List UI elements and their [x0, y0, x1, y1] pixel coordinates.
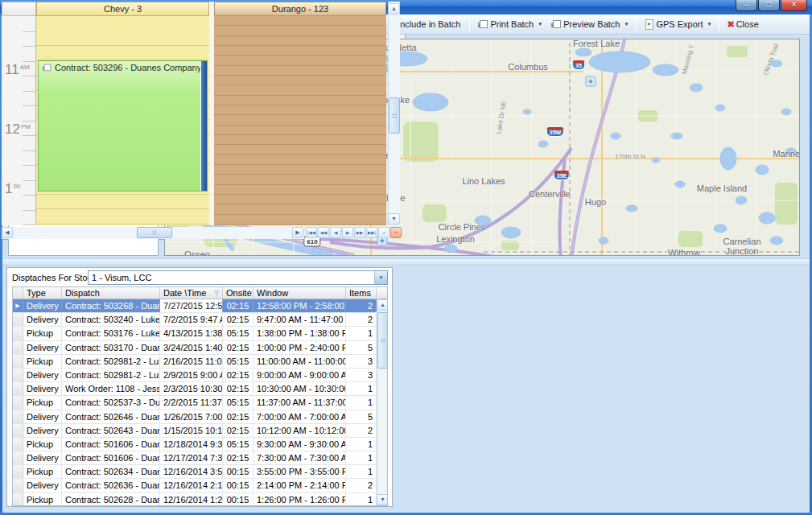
- close-window-button[interactable]: ✕: [781, 0, 807, 11]
- horizontal-splitter[interactable]: [2, 258, 810, 266]
- scheduler-vscrollbar[interactable]: ▲ ▼: [388, 2, 400, 225]
- cell-window[interactable]: 1:26:00 PM - 1:26:00 PM: [253, 493, 346, 506]
- cell-window[interactable]: 3:55:00 PM - 3:55:00 PM: [253, 465, 346, 478]
- cell-onsite[interactable]: 00:15: [223, 465, 253, 478]
- dispatch-row[interactable]: PickupContract: 502537-3 - Duan...2/2/20…: [13, 396, 387, 410]
- cell-items[interactable]: 1: [346, 438, 377, 451]
- cell-onsite[interactable]: 05:15: [223, 355, 253, 368]
- cell-date-time[interactable]: 1/15/2015 10:1...: [160, 424, 223, 437]
- dispatch-row[interactable]: DeliveryWork Order: 1108 - Jesse J...2/3…: [13, 382, 387, 396]
- cell-window[interactable]: 2:14:00 PM - 2:14:00 PM: [253, 479, 346, 492]
- cell-window[interactable]: 10:12:00 AM - 10:12:00 ...: [253, 424, 346, 437]
- cell-date-time[interactable]: 12/18/2014 9:3...: [160, 438, 223, 451]
- cell-dispatch[interactable]: Contract: 503268 - Duanes...: [62, 299, 160, 312]
- cell-type[interactable]: Pickup: [23, 465, 62, 478]
- cell-onsite[interactable]: 02:15: [223, 341, 253, 354]
- cell-onsite[interactable]: 05:15: [223, 438, 253, 451]
- cell-type[interactable]: Delivery: [23, 479, 62, 492]
- scheduler-scroll-down-icon[interactable]: ▼: [388, 213, 400, 225]
- cell-dispatch[interactable]: Contract: 502646 - Duanes...: [62, 410, 160, 423]
- cell-items[interactable]: 2: [346, 299, 377, 312]
- column-header-window[interactable]: Window: [253, 287, 346, 299]
- cell-date-time[interactable]: 7/2/2015 9:47 AM: [160, 313, 223, 326]
- cell-type[interactable]: Delivery: [23, 451, 62, 464]
- dispatch-row[interactable]: DeliveryContract: 503240 - Luke Erl...7/…: [13, 313, 387, 327]
- cell-date-time[interactable]: 2/2/2015 11:37 ...: [160, 396, 223, 409]
- cell-window[interactable]: 7:30:00 AM - 7:30:00 AM: [253, 451, 346, 464]
- dispatch-row[interactable]: DeliveryContract: 501606 - Duane ...12/1…: [13, 451, 387, 465]
- zoom-out-button[interactable]: −: [390, 227, 402, 238]
- cell-window[interactable]: 11:00:00 AM - 11:00:00 ...: [253, 355, 346, 368]
- scheduler-scroll-left-icon[interactable]: ◀: [2, 227, 13, 238]
- dispatch-row[interactable]: DeliveryContract: 502981-2 - Luke ...2/9…: [13, 369, 387, 382]
- cell-window[interactable]: 11:37:00 AM - 11:37:00 ...: [253, 396, 346, 409]
- cell-type[interactable]: Pickup: [23, 438, 62, 451]
- grid-vscrollbar[interactable]: ▲ ▼: [377, 299, 388, 505]
- next-button[interactable]: ▶: [342, 227, 353, 238]
- dropdown-arrow-icon[interactable]: ▼: [538, 22, 542, 27]
- cell-items[interactable]: 1: [346, 451, 377, 464]
- cell-window[interactable]: 9:30:00 AM - 9:30:00 AM: [253, 438, 346, 451]
- cell-onsite[interactable]: 02:15: [223, 369, 253, 381]
- cell-onsite[interactable]: 02:15: [223, 299, 253, 312]
- resource-header-durango-123[interactable]: Durango - 123: [214, 2, 386, 16]
- maximize-button[interactable]: ▢: [758, 0, 780, 11]
- column-header-type[interactable]: Type: [23, 287, 62, 299]
- dropdown-arrow-icon[interactable]: ▼: [624, 22, 629, 27]
- cell-type[interactable]: Delivery: [23, 341, 62, 354]
- cell-onsite[interactable]: 02:15: [223, 313, 253, 326]
- cell-items[interactable]: 1: [346, 493, 377, 506]
- column-header-onsite[interactable]: Onsite: [223, 287, 253, 299]
- cell-date-time[interactable]: 3/24/2015 1:40 PM: [160, 341, 223, 354]
- cell-date-time[interactable]: 12/16/2014 2:1...: [160, 479, 223, 492]
- fast-forward-button[interactable]: ▶▶: [354, 227, 365, 238]
- cell-dispatch[interactable]: Contract: 502981-2 - Luke ...: [62, 355, 160, 368]
- cell-window[interactable]: 1:38:00 PM - 1:38:00 PM: [253, 327, 346, 340]
- include-in-batch-button[interactable]: Include in Batch: [392, 16, 466, 33]
- cell-dispatch[interactable]: Contract: 502636 - Duane ...: [62, 479, 160, 492]
- cell-onsite[interactable]: 02:15: [223, 382, 253, 395]
- gps-export-button[interactable]: GPS Export▼: [640, 16, 715, 33]
- cell-type[interactable]: Delivery: [23, 313, 62, 326]
- column-header-items[interactable]: Items: [346, 287, 377, 299]
- cell-dispatch[interactable]: Contract: 503170 - Duanes...: [62, 341, 160, 354]
- print-batch-button[interactable]: Print Batch▼: [473, 16, 546, 33]
- cell-type[interactable]: Delivery: [23, 410, 62, 423]
- scheduler-scroll-up-icon[interactable]: ▲: [388, 3, 400, 14]
- cell-type[interactable]: Pickup: [23, 355, 62, 368]
- grid-scroll-up-icon[interactable]: ▲: [377, 299, 388, 311]
- cell-dispatch[interactable]: Contract: 502628 - Duanes...: [62, 493, 160, 506]
- fast-back-button[interactable]: ◀◀: [318, 227, 329, 238]
- go-first-button[interactable]: |◀◀: [306, 227, 317, 238]
- cell-window[interactable]: 12:58:00 PM - 2:58:00 PM: [253, 299, 346, 312]
- resource-column-durango[interactable]: [214, 16, 386, 225]
- cell-dispatch[interactable]: Contract: 502634 - Duanes...: [62, 465, 160, 478]
- cell-window[interactable]: 7:00:00 AM - 7:00:00 AM: [253, 410, 346, 423]
- dispatch-row[interactable]: ▶DeliveryContract: 503268 - Duanes...7/2…: [13, 299, 387, 313]
- resource-column-chevy[interactable]: Contract: 503296 - Duanes Company: [36, 16, 209, 225]
- cell-items[interactable]: 1: [346, 382, 377, 395]
- column-header-date-time[interactable]: Date \Time▽: [160, 287, 223, 299]
- resource-header-chevy-3[interactable]: Chevy - 3: [36, 2, 209, 16]
- cell-onsite[interactable]: 02:15: [223, 424, 253, 437]
- cell-onsite[interactable]: 05:15: [223, 327, 253, 340]
- cell-date-time[interactable]: 2/9/2015 9:00 AM: [160, 369, 223, 381]
- cell-items[interactable]: 1: [346, 396, 377, 409]
- dispatch-row[interactable]: PickupContract: 502628 - Duanes...12/16/…: [13, 493, 387, 506]
- cell-dispatch[interactable]: Contract: 501606 - Duane ...: [62, 438, 160, 451]
- dispatch-row[interactable]: DeliveryContract: 503170 - Duanes...3/24…: [13, 341, 387, 355]
- column-header-dispatch[interactable]: Dispatch: [62, 287, 160, 299]
- appointment[interactable]: Contract: 503296 - Duanes Company: [38, 60, 208, 192]
- cell-date-time[interactable]: 1/26/2015 7:00 ...: [160, 410, 223, 423]
- dispatch-row[interactable]: PickupContract: 502634 - Duanes...12/16/…: [13, 465, 387, 479]
- scheduler-scroll-right-icon[interactable]: ▶: [292, 227, 303, 238]
- store-select[interactable]: 1 - Visum, LCC ▼: [88, 270, 388, 285]
- cell-items[interactable]: 2: [346, 424, 377, 437]
- close-button[interactable]: ✖Close: [723, 16, 764, 33]
- cell-date-time[interactable]: 12/16/2014 1:2...: [160, 493, 223, 506]
- cell-type[interactable]: Delivery: [23, 299, 62, 312]
- cell-date-time[interactable]: 12/16/2014 3:5...: [160, 465, 223, 478]
- cell-type[interactable]: Delivery: [23, 424, 62, 437]
- cell-items[interactable]: 3: [346, 355, 377, 368]
- cell-onsite[interactable]: 00:15: [223, 479, 253, 492]
